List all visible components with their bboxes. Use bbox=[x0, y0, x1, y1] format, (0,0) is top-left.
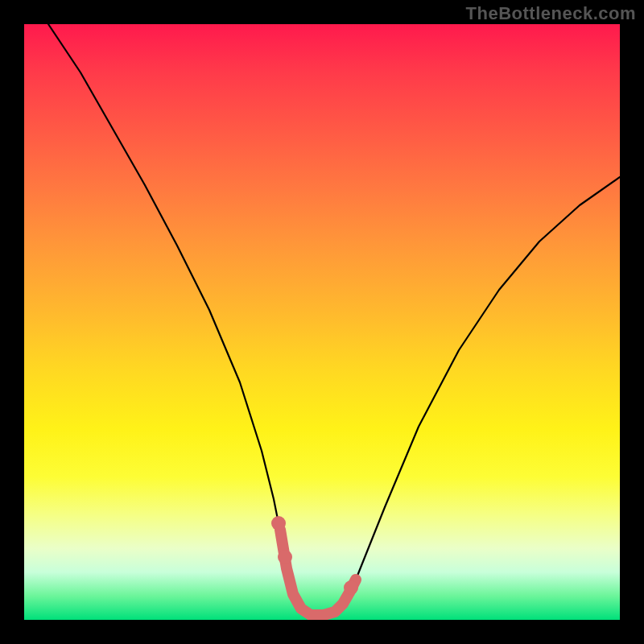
bottleneck-curve-path bbox=[48, 24, 620, 615]
plot-area bbox=[24, 24, 620, 620]
bottleneck-overlay-path bbox=[280, 530, 356, 615]
overlay-dot-1-icon bbox=[271, 516, 286, 530]
overlay-dot-2-icon bbox=[278, 550, 292, 564]
overlay-dot-3-icon bbox=[344, 580, 358, 595]
chart-frame: TheBottleneck.com bbox=[0, 0, 644, 644]
bottleneck-curve-svg bbox=[24, 24, 620, 620]
watermark-text: TheBottleneck.com bbox=[466, 3, 636, 24]
